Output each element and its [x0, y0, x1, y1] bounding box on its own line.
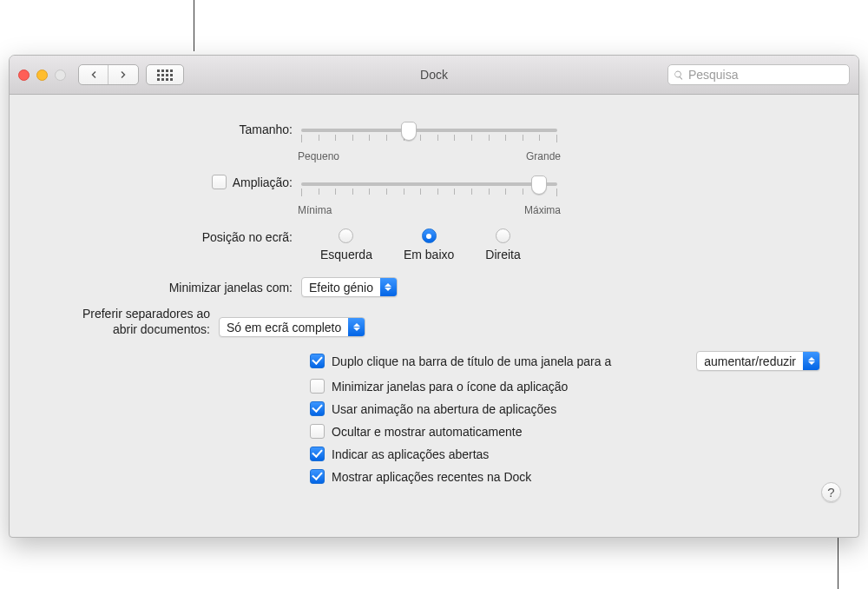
- position-label: Posição no ecrã:: [41, 228, 301, 244]
- size-slider[interactable]: [301, 126, 557, 147]
- minimize-window-button[interactable]: [36, 69, 48, 81]
- double-click-action-popup[interactable]: aumentar/reduzir: [696, 351, 820, 371]
- callout-line-top: [194, 0, 194, 51]
- magnification-checkbox[interactable]: [212, 175, 227, 189]
- position-bottom-radio[interactable]: [422, 228, 437, 243]
- position-right-label: Direita: [485, 248, 520, 261]
- size-label: Tamanho:: [41, 121, 301, 136]
- position-row: Posição no ecrã: Esquerda Em baixo Direi…: [41, 228, 827, 261]
- autohide-label: Ocultar e mostrar automaticamente: [332, 425, 522, 439]
- prefer-tabs-label-line1: Preferir separadores ao: [41, 306, 210, 321]
- show-all-prefs-button[interactable]: [146, 64, 184, 85]
- back-button[interactable]: [79, 65, 108, 84]
- minimize-effect-value: Efeito génio: [302, 281, 380, 294]
- double-click-action-value: aumentar/reduzir: [697, 354, 803, 368]
- size-slider-thumb[interactable]: [401, 122, 417, 141]
- position-left-label: Esquerda: [320, 248, 372, 261]
- position-bottom-label: Em baixo: [404, 248, 454, 261]
- question-mark-icon: ?: [827, 485, 834, 500]
- animate-open-checkbox[interactable]: [310, 401, 325, 416]
- position-right-radio[interactable]: [496, 228, 510, 243]
- size-max-label: Grande: [526, 150, 561, 162]
- magnification-min-label: Mínima: [298, 204, 332, 216]
- show-recents-row: Mostrar aplicações recentes na Dock: [310, 469, 827, 484]
- double-click-row: Duplo clique na barra de título de uma j…: [310, 351, 827, 371]
- chevron-up-down-icon: [803, 352, 819, 370]
- chevron-up-down-icon: [348, 318, 365, 336]
- double-click-label: Duplo clique na barra de título de uma j…: [332, 354, 611, 368]
- minimize-effect-row: Minimizar janelas com: Efeito génio: [41, 277, 827, 297]
- position-left-radio[interactable]: [339, 228, 353, 243]
- animate-open-row: Usar animação na abertura de aplicações: [310, 401, 827, 416]
- show-indicators-checkbox[interactable]: [310, 447, 325, 461]
- minimize-effect-popup[interactable]: Efeito génio: [301, 277, 398, 297]
- magnification-slider-thumb[interactable]: [531, 175, 547, 195]
- chevron-up-down-icon: [380, 278, 397, 296]
- grid-icon: [157, 69, 173, 81]
- forward-button[interactable]: [108, 65, 138, 84]
- chevron-left-icon: [89, 69, 99, 80]
- search-input[interactable]: [688, 68, 844, 82]
- autohide-checkbox[interactable]: [310, 424, 325, 439]
- pane-body: Tamanho: Pequeno Grande Ampliação:: [10, 95, 858, 518]
- callout-line-bottom: [838, 538, 838, 589]
- animate-open-label: Usar animação na abertura de aplicações: [332, 402, 556, 416]
- checkbox-list: Duplo clique na barra de título de uma j…: [310, 351, 827, 484]
- prefer-tabs-value: Só em ecrã completo: [220, 321, 348, 334]
- size-min-label: Pequeno: [298, 150, 339, 162]
- double-click-checkbox[interactable]: [310, 354, 325, 368]
- minimize-into-icon-label: Minimizar janelas para o ícone da aplica…: [332, 380, 568, 394]
- dock-prefs-window: Dock Tamanho: Pequeno Grande: [9, 55, 859, 538]
- search-icon: [674, 69, 684, 81]
- magnification-label: Ampliação:: [233, 175, 293, 189]
- size-row: Tamanho: Pequeno Grande: [41, 121, 827, 164]
- magnification-row: Ampliação: Mínima Máxima: [41, 175, 827, 218]
- prefer-tabs-row: Preferir separadores ao abrir documentos…: [41, 306, 827, 337]
- prefer-tabs-label-line2: abrir documentos:: [41, 321, 210, 337]
- show-indicators-label: Indicar as aplicações abertas: [332, 447, 489, 461]
- help-button[interactable]: ?: [821, 482, 841, 502]
- autohide-row: Ocultar e mostrar automaticamente: [310, 424, 827, 439]
- show-recents-checkbox[interactable]: [310, 469, 325, 484]
- minimize-into-icon-row: Minimizar janelas para o ícone da aplica…: [310, 379, 827, 394]
- close-window-button[interactable]: [18, 69, 30, 81]
- zoom-window-button[interactable]: [55, 69, 66, 81]
- magnification-slider[interactable]: [301, 180, 557, 201]
- window-traffic-lights: [18, 69, 66, 81]
- nav-back-forward: [78, 64, 139, 85]
- minimize-into-icon-checkbox[interactable]: [310, 379, 325, 394]
- window-toolbar: Dock: [10, 56, 858, 95]
- minimize-effect-label: Minimizar janelas com:: [41, 281, 301, 294]
- chevron-right-icon: [118, 69, 128, 80]
- prefer-tabs-popup[interactable]: Só em ecrã completo: [219, 317, 365, 337]
- show-indicators-row: Indicar as aplicações abertas: [310, 447, 827, 461]
- show-recents-label: Mostrar aplicações recentes na Dock: [332, 470, 531, 484]
- search-field[interactable]: [667, 64, 850, 85]
- magnification-max-label: Máxima: [524, 204, 561, 216]
